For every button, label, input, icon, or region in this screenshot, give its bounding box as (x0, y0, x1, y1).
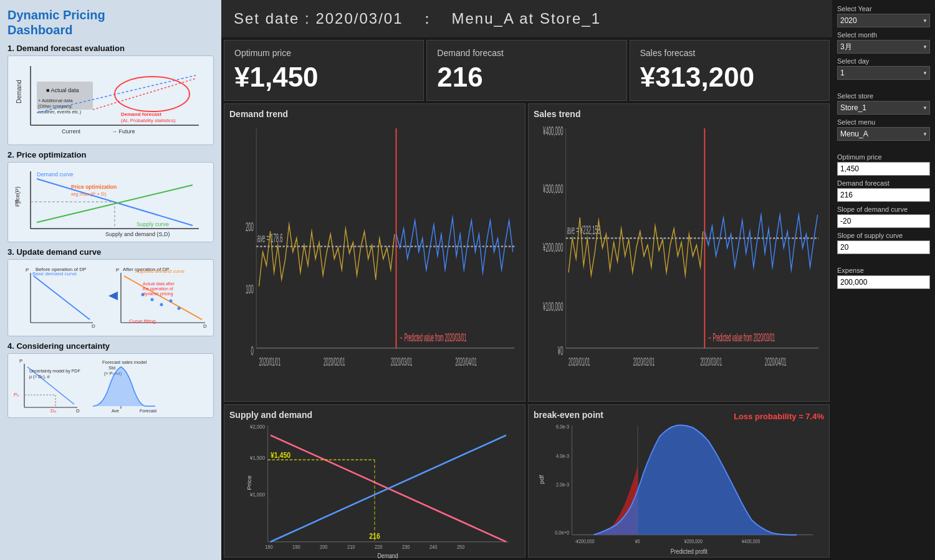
kpi-demand-forecast-value: 216 (437, 62, 616, 93)
demand-trend-title: Demand trend (229, 109, 520, 119)
svg-point-45 (160, 303, 163, 306)
loss-probability: Loss probability = 7.4% (734, 412, 824, 421)
slope-supply-input-label: Slope of supply curve (837, 232, 930, 239)
optimum-price-input[interactable] (837, 162, 930, 176)
svg-text:→ Predicted value from 2020/03: → Predicted value from 2020/03/01 (399, 331, 466, 344)
svg-text:4.0e-3: 4.0e-3 (556, 453, 570, 459)
supply-demand-panel: Supply and demand ¥2,000 ¥1,500 ¥1,000 1… (224, 404, 525, 558)
svg-text:190: 190 (292, 544, 300, 551)
svg-text:¥0: ¥0 (557, 343, 563, 357)
svg-text:2020/01/01: 2020/01/01 (568, 356, 590, 369)
svg-text:2020/02/01: 2020/02/01 (633, 356, 655, 369)
right-panel: Select Year 2020 Select month 3月 Select … (832, 0, 935, 560)
select-menu-wrapper[interactable]: Menu_A (837, 127, 930, 141)
svg-text:arg max (P × D): arg max (P × D) (71, 191, 107, 197)
svg-text:Demand curve: Demand curve (37, 171, 74, 178)
svg-text:P₀: P₀ (14, 392, 19, 397)
svg-text:2020/03/01: 2020/03/01 (391, 356, 413, 369)
supply-demand-chart: ¥2,000 ¥1,500 ¥1,000 180 190 200 210 220… (229, 422, 520, 560)
svg-text:Supply curve: Supply curve (137, 221, 169, 227)
svg-text:100: 100 (246, 282, 254, 295)
svg-text:¥100,000: ¥100,000 (543, 300, 563, 313)
select-year-input[interactable]: 2020 (837, 14, 930, 27)
svg-text:Uncertainty model by PDF: Uncertainty model by PDF (29, 369, 80, 374)
svg-text:¥200,000: ¥200,000 (684, 538, 702, 544)
select-year-wrapper[interactable]: 2020 (837, 14, 930, 27)
main-content: Set date : 2020/03/01 ： Menu_A at Store_… (221, 0, 832, 560)
kpi-row: Optimum price ¥1,450 Demand forecast 216… (221, 37, 832, 101)
svg-text:pdf: pdf (539, 475, 545, 484)
diagram2: Price(P) Supply and demand (S,D) Demand … (7, 162, 214, 242)
kpi-optimum-price-value: ¥1,450 (234, 62, 413, 93)
slope-demand-input[interactable] (837, 214, 930, 228)
svg-text:0: 0 (251, 343, 254, 357)
select-menu-input[interactable]: Menu_A (837, 127, 930, 141)
sales-trend-panel: Sales trend ¥400,000 ¥300,000 ¥200,000 ¥… (528, 103, 830, 402)
svg-text:dynamic pricing: dynamic pricing (143, 292, 173, 297)
svg-text:216: 216 (369, 532, 380, 540)
svg-text:■ Actual data: ■ Actual data (46, 87, 79, 93)
svg-point-44 (151, 298, 154, 301)
svg-text:¥2,000: ¥2,000 (249, 424, 265, 430)
sales-trend-chart: ¥400,000 ¥300,000 ¥200,000 ¥100,000 ¥0 2… (534, 121, 824, 396)
svg-text:ave = ¥232,158: ave = ¥232,158 (567, 222, 601, 236)
demand-forecast-input[interactable] (837, 188, 930, 202)
select-year-label: Select Year (837, 5, 930, 12)
select-menu-label: Select menu (837, 118, 930, 126)
select-menu-group: Select menu Menu_A (837, 118, 930, 141)
svg-text:D: D (203, 323, 207, 329)
select-month-input[interactable]: 3月 (837, 40, 930, 54)
select-month-wrapper[interactable]: 3月 (837, 40, 930, 54)
svg-text:Curve fitting: Curve fitting (129, 318, 156, 324)
svg-text:P₀: P₀ (15, 199, 21, 205)
breakeven-chart: 6.0e-3 4.0e-3 2.0e-3 0.0e+0 -¥200,000 ¥0… (534, 422, 824, 558)
svg-text:D: D (76, 408, 80, 414)
svg-point-12 (115, 77, 189, 112)
select-store-wrapper[interactable]: Store_1 (837, 101, 930, 115)
diagram4: P D P₀ D₀ Uncertainty model by PDF μ (= … (7, 353, 214, 418)
svg-text:Demand forecast: Demand forecast (121, 112, 161, 117)
diagram1: Demand Current → Future ■ Actual data + … (7, 55, 214, 145)
svg-text:2.0e-3: 2.0e-3 (556, 482, 570, 488)
section2-title: 2. Price optimization (7, 150, 214, 159)
slope-supply-input[interactable] (837, 240, 930, 254)
breakeven-title: break-even point (534, 410, 603, 420)
demand-forecast-input-label: Demand forecast (837, 179, 930, 187)
svg-text:200: 200 (320, 544, 328, 551)
svg-text:200: 200 (246, 220, 254, 234)
select-month-group: Select month 3月 (837, 31, 930, 54)
svg-text:Demand: Demand (377, 552, 398, 559)
slope-supply-input-group: Slope of supply curve (837, 232, 930, 254)
svg-text:→ Future: → Future (112, 128, 135, 135)
select-day-group: Select day 1 (837, 57, 930, 80)
svg-text:P: P (19, 358, 22, 364)
select-day-input[interactable]: 1 (837, 66, 930, 80)
svg-text:¥300,000: ¥300,000 (543, 181, 563, 195)
svg-text:-¥200,000: -¥200,000 (575, 538, 595, 544)
svg-text:2020/04/01: 2020/04/01 (765, 356, 787, 369)
demand-trend-panel: Demand trend 0 100 200 2020/01/01 2020/0… (224, 103, 525, 402)
svg-text:P: P (116, 267, 119, 273)
svg-text:¥0: ¥0 (635, 538, 640, 544)
svg-text:0.0e+0: 0.0e+0 (555, 530, 569, 536)
select-day-wrapper[interactable]: 1 (837, 66, 930, 80)
svg-text:Predicted profit: Predicted profit (671, 548, 707, 556)
kpi-optimum-price-label: Optimum price (234, 48, 413, 58)
svg-text:(AI, Probability statistics): (AI, Probability statistics) (121, 118, 176, 123)
svg-text:P: P (26, 267, 29, 273)
bottom-row: Supply and demand ¥2,000 ¥1,500 ¥1,000 1… (221, 404, 832, 560)
select-store-input[interactable]: Store_1 (837, 101, 930, 115)
select-store-label: Select store (837, 92, 930, 100)
slope-demand-input-group: Slope of demand curve (837, 206, 930, 228)
section3-title: 3. Update demand curve (7, 247, 214, 257)
svg-text:the operation of: the operation of (143, 287, 173, 292)
expense-input[interactable] (837, 275, 930, 289)
expense-input-label: Expense (837, 267, 930, 274)
svg-text:D: D (92, 323, 95, 329)
slope-demand-input-label: Slope of demand curve (837, 206, 930, 213)
svg-text:Supply and demand (S,D): Supply and demand (S,D) (105, 231, 170, 237)
svg-text:Current: Current (62, 128, 81, 135)
select-month-label: Select month (837, 31, 930, 39)
svg-text:Std: Std (108, 365, 115, 371)
svg-point-47 (178, 307, 181, 310)
